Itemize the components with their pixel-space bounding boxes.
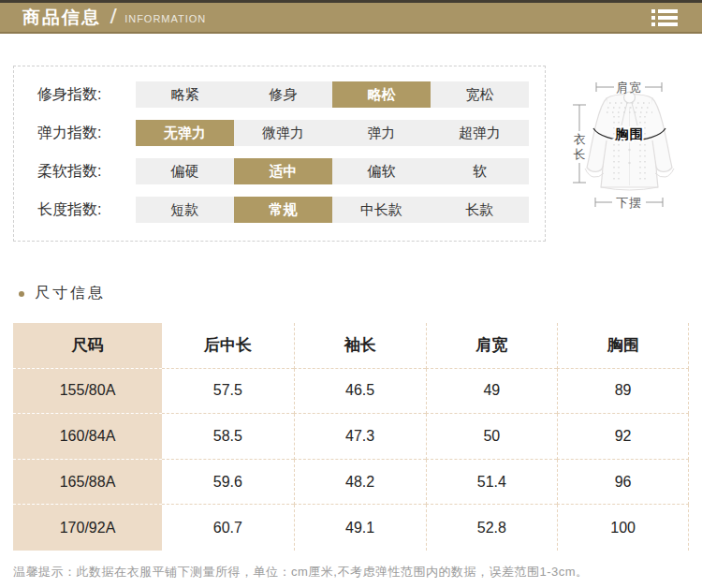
size-info-title: 尺寸信息 xyxy=(35,284,106,303)
section-header: 商品信息 / INFORMATION xyxy=(0,3,702,34)
index-option-selected: 常规 xyxy=(234,197,332,223)
size-table-value-cell: 57.5 xyxy=(162,369,294,415)
size-table-size-cell: 155/80A xyxy=(13,369,162,415)
index-option-selected: 适中 xyxy=(234,158,332,184)
index-option: 弹力 xyxy=(332,120,431,146)
index-options: 略紧修身略松宽松 xyxy=(136,81,529,108)
index-row: 长度指数:短款常规中长款长款 xyxy=(37,197,545,223)
size-table-size-cell: 170/92A xyxy=(13,505,162,551)
size-table-value-cell: 96 xyxy=(557,460,689,506)
size-table-header-cell: 袖长 xyxy=(294,323,426,369)
size-table-header-cell: 肩宽 xyxy=(426,323,558,369)
size-table-value-cell: 60.7 xyxy=(162,505,294,551)
index-options: 偏硬适中偏软软 xyxy=(136,158,529,184)
index-option: 偏软 xyxy=(332,158,431,184)
size-table-value-cell: 59.6 xyxy=(162,460,294,506)
size-table-value-cell: 49 xyxy=(426,369,558,415)
size-info-section-header: 尺寸信息 xyxy=(19,284,106,303)
shoulder-width-label: 肩宽 xyxy=(616,81,642,95)
index-option: 微弹力 xyxy=(234,120,332,146)
menu-list-icon-row xyxy=(651,16,678,20)
page-title: 商品信息 xyxy=(22,6,101,30)
index-options: 短款常规中长款长款 xyxy=(136,197,529,223)
index-option: 中长款 xyxy=(332,197,431,223)
garment-measure-diagram: 肩宽 衣 长 胸围 下摆 xyxy=(560,54,700,237)
size-table-value-cell: 100 xyxy=(557,505,689,551)
index-option: 长款 xyxy=(431,197,529,223)
index-options: 无弹力微弹力弹力超弹力 xyxy=(136,120,529,146)
index-row: 修身指数:略紧修身略松宽松 xyxy=(37,81,545,108)
size-table-value-cell: 58.5 xyxy=(162,414,294,460)
size-table-header-cell: 后中长 xyxy=(162,323,294,369)
index-option: 偏硬 xyxy=(136,158,234,184)
index-row: 弹力指数:无弹力微弹力弹力超弹力 xyxy=(37,120,545,146)
garment-length-label-char2: 长 xyxy=(574,147,586,161)
size-table-value-cell: 52.8 xyxy=(426,505,558,551)
garment-length-label-char1: 衣 xyxy=(574,132,586,146)
menu-list-icon-row xyxy=(651,22,678,26)
index-row-label: 长度指数: xyxy=(37,200,136,220)
bullet-dot-icon xyxy=(19,291,24,297)
size-table-value-cell: 49.1 xyxy=(294,505,426,551)
size-table-value-cell: 92 xyxy=(557,414,689,460)
size-table-value-cell: 51.4 xyxy=(426,460,558,506)
index-option-selected: 无弹力 xyxy=(136,120,234,146)
menu-list-icon-row xyxy=(651,9,678,13)
measurement-disclaimer: 温馨提示：此数据在衣服平铺下测量所得，单位：cm厘米,不考虑弹性范围内的数据，误… xyxy=(13,564,696,581)
size-table-header-cell: 尺码 xyxy=(13,323,162,369)
size-table-header-cell: 胸围 xyxy=(557,323,689,369)
index-option: 修身 xyxy=(234,81,332,108)
menu-list-icon[interactable] xyxy=(650,7,680,28)
size-table-size-cell: 160/84A xyxy=(13,414,162,460)
size-table-value-cell: 47.3 xyxy=(294,414,426,460)
index-option: 略紧 xyxy=(136,81,234,108)
size-table-value-cell: 50 xyxy=(426,414,558,460)
size-table: 尺码后中长袖长肩宽胸围155/80A57.546.54989160/84A58.… xyxy=(13,323,689,551)
size-table-value-cell: 89 xyxy=(557,369,689,415)
size-table-value-cell: 48.2 xyxy=(294,460,426,506)
page-subtitle: INFORMATION xyxy=(124,13,206,24)
index-option-selected: 略松 xyxy=(332,81,431,108)
index-row-label: 弹力指数: xyxy=(37,124,136,143)
fit-index-panel: 修身指数:略紧修身略松宽松弹力指数:无弹力微弹力弹力超弹力柔软指数:偏硬适中偏软… xyxy=(13,66,546,242)
size-table-value-cell: 46.5 xyxy=(294,369,426,415)
hem-label: 下摆 xyxy=(616,196,642,210)
index-row-label: 修身指数: xyxy=(37,85,136,105)
index-option: 短款 xyxy=(136,197,234,223)
bust-label: 胸围 xyxy=(614,126,644,141)
blouse-diagram-svg: 肩宽 衣 长 胸围 下摆 xyxy=(560,54,700,237)
index-rows: 修身指数:略紧修身略松宽松弹力指数:无弹力微弹力弹力超弹力柔软指数:偏硬适中偏软… xyxy=(37,81,545,223)
index-row: 柔软指数:偏硬适中偏软软 xyxy=(37,158,545,184)
index-option: 宽松 xyxy=(431,81,529,108)
index-option: 超弹力 xyxy=(431,120,529,146)
title-divider: / xyxy=(110,5,116,29)
index-row-label: 柔软指数: xyxy=(37,162,136,182)
size-table-size-cell: 165/88A xyxy=(13,460,162,506)
index-option: 软 xyxy=(431,158,529,184)
